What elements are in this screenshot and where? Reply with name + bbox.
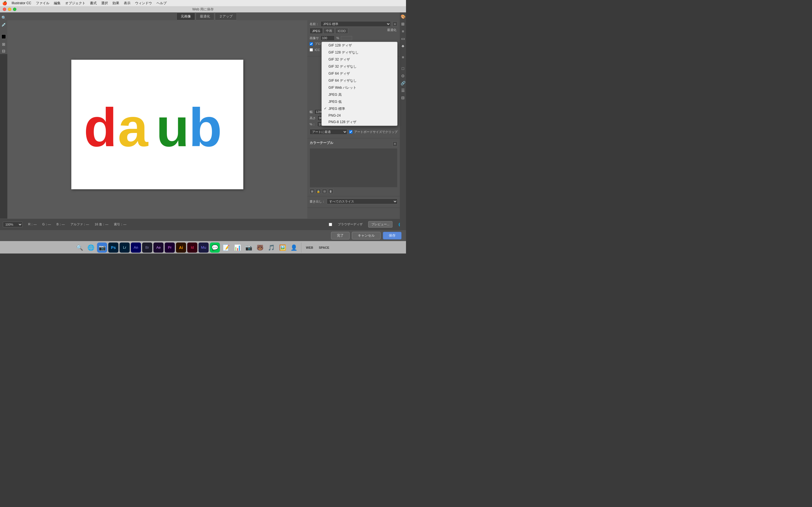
ok-button[interactable]: 完了 — [331, 232, 350, 239]
menubar-effect[interactable]: 効果 — [112, 1, 119, 6]
dropdown-item[interactable]: GIF 64 ディザ — [322, 70, 397, 77]
preset-select[interactable]: JPEG 標準 — [320, 21, 391, 27]
clip-checkbox[interactable] — [349, 130, 352, 133]
dock-animate[interactable]: An — [131, 242, 141, 252]
format-tab-jpeg[interactable]: JPEG — [310, 28, 323, 34]
export-label: 書き出し： — [310, 200, 325, 204]
export-select[interactable]: すべてのスライス — [327, 199, 398, 204]
dropdown-item[interactable]: GIF 128 ディザなし — [322, 49, 397, 56]
format-tab-ico[interactable]: ICOO — [335, 28, 348, 34]
dock-music[interactable]: 🎵 — [266, 242, 276, 252]
dock-line[interactable]: 💬 — [210, 242, 220, 252]
eyedropper-tool[interactable]: 💉 — [1, 21, 7, 27]
right-tool-2[interactable]: ⊞ — [400, 21, 406, 27]
maximize-button[interactable] — [13, 8, 16, 11]
dock-finder[interactable]: 🔍 — [74, 242, 85, 252]
menubar-edit[interactable]: 編集 — [54, 1, 61, 6]
preview-button[interactable]: プレビュー... — [368, 221, 393, 228]
dock-numbers[interactable]: 📊 — [232, 242, 243, 252]
dock-profile[interactable]: 👤 — [289, 242, 299, 252]
grid-tool[interactable]: ⊟ — [1, 48, 7, 54]
dock-bear[interactable]: 🐻 — [255, 242, 265, 252]
format-tab-mid[interactable]: 中画 — [323, 28, 335, 34]
dock-photoshop[interactable]: Ps — [108, 242, 118, 252]
dock-photos[interactable]: 📷 — [97, 242, 107, 252]
apple-menu[interactable]: 🍎 — [2, 1, 7, 5]
color-swatch-black[interactable] — [1, 34, 6, 39]
color-action-1[interactable]: ⊞ — [310, 189, 315, 194]
browser-dither-label: ブラウザーディザ — [338, 222, 363, 226]
color-action-4[interactable]: 🗑 — [328, 189, 333, 194]
dock-illustrator[interactable]: Ai — [176, 242, 186, 252]
save-button[interactable]: 保存 — [383, 232, 402, 239]
dock-premiere[interactable]: Pr — [165, 242, 175, 252]
dock-indesign[interactable]: Id — [187, 242, 197, 252]
dropdown-item[interactable]: GIF 64 ディザなし — [322, 77, 397, 84]
dock-safari[interactable]: 🌐 — [86, 242, 96, 252]
dropdown-item[interactable]: JPEG 標準 — [322, 105, 397, 112]
dropdown-item[interactable]: JPEG 低 — [322, 98, 397, 105]
progressive-label: プロ — [315, 42, 321, 46]
right-tool-7[interactable]: □ — [400, 65, 406, 71]
canvas-content: d a u b — [71, 60, 243, 189]
menubar-window[interactable]: ウィンドウ — [135, 1, 152, 6]
menubar-view[interactable]: 表示 — [124, 1, 131, 6]
format-tabs: JPEG 中画 ICOO 最適化 — [310, 28, 398, 34]
dropdown-item[interactable]: PNG-24 — [322, 112, 397, 119]
dropdown-item[interactable]: GIF 32 ディザ — [322, 56, 397, 63]
dock-evernote[interactable]: 📝 — [221, 242, 231, 252]
color-table-menu[interactable]: ≡ — [393, 142, 398, 147]
dock-muse[interactable]: Mu — [199, 242, 209, 252]
checkbox-progressive[interactable] — [310, 42, 313, 46]
quality-input[interactable] — [320, 36, 335, 41]
quality-slider[interactable] — [341, 36, 352, 40]
right-tool-6[interactable]: ≡ — [400, 54, 406, 60]
dock-bridge[interactable]: Br — [142, 242, 152, 252]
tab-optimized[interactable]: 最適化 — [196, 13, 214, 20]
dropdown-item[interactable]: JPEG 高 — [322, 91, 397, 98]
menubar-help[interactable]: ヘルプ — [156, 1, 167, 6]
dropdown-item[interactable]: GIF 32 ディザなし — [322, 63, 397, 70]
right-tool-5[interactable]: ♣ — [400, 43, 406, 49]
color-action-2[interactable]: 🔒 — [316, 189, 321, 194]
preset-menu-icon[interactable]: ≡ — [393, 21, 398, 26]
toggle-tool[interactable]: ⊞ — [1, 41, 7, 47]
dock-space-label: SPACE — [319, 246, 329, 249]
art-fit-select[interactable]: アートに最適 — [310, 129, 347, 135]
tab-bar: 元画像 最適化 ２アップ — [7, 12, 406, 20]
color-action-3[interactable]: ⊟ — [322, 189, 327, 194]
bottom-bar: 100% R：— G：— B：— アルファ：— 16 進：— 索引：— ブラウザ… — [0, 219, 406, 230]
cancel-button[interactable]: キャンセル — [352, 232, 380, 239]
right-tool-11[interactable]: ⊟ — [400, 95, 406, 101]
title-text: Web 用に保存 — [192, 7, 214, 12]
dropdown-item[interactable]: PNG-8 128 ディザ — [322, 119, 397, 126]
tab-original[interactable]: 元画像 — [176, 13, 195, 20]
menubar-file[interactable]: ファイル — [36, 1, 49, 6]
dock-aftereffects[interactable]: Ae — [153, 242, 163, 252]
menubar-type[interactable]: 書式 — [90, 1, 97, 6]
dock-lightroom[interactable]: Lr — [119, 242, 130, 252]
menubar: 🍎 Illustrator CC ファイル 編集 オブジェクト 書式 選択 効果… — [0, 0, 406, 6]
menubar-select[interactable]: 選択 — [101, 1, 108, 6]
menubar-object[interactable]: オブジェクト — [65, 1, 86, 6]
dropdown-item[interactable]: GIF Web パレット — [322, 84, 397, 91]
dock-app1[interactable]: 📷 — [244, 242, 254, 252]
menubar-app[interactable]: Illustrator CC — [11, 1, 31, 5]
right-tool-1[interactable]: 🎨 — [400, 13, 406, 20]
zoom-select[interactable]: 100% — [3, 222, 22, 227]
right-tool-8[interactable]: ⊙ — [400, 73, 406, 79]
dropdown-item[interactable]: GIF 128 ディザ — [322, 42, 397, 49]
zoom-tool[interactable]: 🔍 — [1, 15, 7, 21]
right-tool-10[interactable]: ☰ — [400, 87, 406, 94]
right-tool-4[interactable]: ▭ — [400, 36, 406, 42]
right-tool-9[interactable]: 🔗 — [400, 80, 406, 86]
checkbox-icc[interactable] — [310, 48, 313, 52]
browser-dither-checkbox[interactable] — [329, 223, 332, 226]
canvas-wrapper: d a u b — [71, 60, 243, 189]
tab-2up[interactable]: ２アップ — [215, 13, 237, 20]
height-label: 高さ — [310, 116, 316, 120]
right-tool-3[interactable]: ≡ — [400, 28, 406, 34]
minimize-button[interactable] — [8, 8, 11, 11]
dock-preview[interactable]: 🖼️ — [277, 242, 288, 252]
close-button[interactable] — [3, 8, 6, 11]
